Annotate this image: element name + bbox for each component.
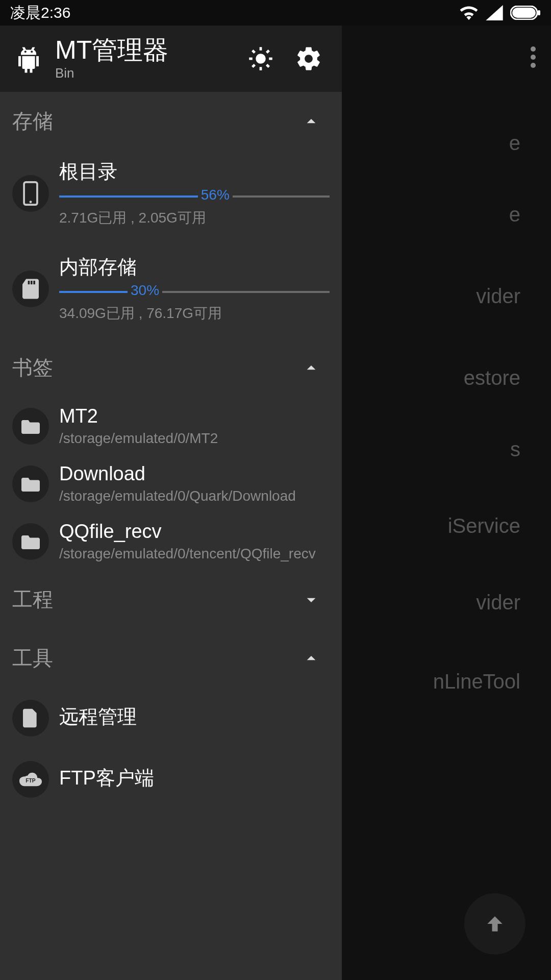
bookmark-item[interactable]: Download /storage/emulated/0/Quark/Downl… [0, 455, 342, 512]
section-label: 存储 [12, 107, 53, 135]
gear-icon [295, 44, 322, 73]
overflow-menu-button[interactable] [531, 43, 536, 74]
storage-title: 内部存储 [59, 254, 330, 280]
svg-line-14 [267, 65, 269, 67]
ftp-cloud-icon: FTP [12, 761, 49, 798]
sun-icon [247, 45, 274, 72]
bookmark-path: /storage/emulated/0/MT2 [59, 430, 330, 447]
battery-icon [510, 6, 541, 20]
storage-detail: 2.71G已用 , 2.05G可用 [59, 208, 330, 228]
section-label: 工具 [12, 644, 53, 672]
settings-button[interactable] [295, 45, 322, 72]
svg-point-6 [24, 51, 27, 53]
folder-icon [12, 523, 49, 560]
bookmark-path: /storage/emulated/0/Quark/Download [59, 488, 330, 504]
chevron-up-icon [301, 111, 321, 132]
section-header-bookmarks[interactable]: 书签 [0, 338, 342, 397]
section-header-tools[interactable]: 工具 [0, 629, 342, 688]
chevron-up-icon [301, 358, 321, 378]
bookmark-title: Download [59, 463, 330, 485]
storage-item-internal[interactable]: 内部存储 30% 34.09G已用 , 76.17G可用 [0, 246, 342, 331]
svg-line-16 [267, 51, 269, 53]
tool-title: FTP客户端 [59, 765, 330, 791]
section-header-storage[interactable]: 存储 [0, 92, 342, 151]
fab-up-button[interactable] [464, 893, 525, 954]
storage-title: 根目录 [59, 159, 330, 185]
signal-icon [486, 5, 503, 20]
folder-icon [12, 465, 49, 502]
svg-point-8 [256, 54, 266, 64]
drawer-header: MT管理器 Bin [0, 26, 342, 92]
sdcard-icon [12, 271, 49, 307]
svg-rect-19 [28, 281, 30, 284]
wifi-icon [459, 5, 479, 20]
svg-rect-20 [31, 281, 33, 284]
svg-point-18 [30, 201, 32, 203]
arrow-up-icon [484, 913, 506, 935]
bookmark-title: QQfile_recv [59, 521, 330, 543]
bookmark-item[interactable]: QQfile_recv /storage/emulated/0/tencent/… [0, 512, 342, 570]
bookmark-item[interactable]: MT2 /storage/emulated/0/MT2 [0, 397, 342, 455]
bookmark-path: /storage/emulated/0/tencent/QQfile_recv [59, 546, 330, 562]
chevron-up-icon [301, 648, 321, 669]
file-icon [12, 700, 49, 737]
tool-item-ftp[interactable]: FTP FTP客户端 [0, 749, 342, 810]
phone-icon [12, 175, 49, 212]
tool-item-remote[interactable]: 远程管理 [0, 688, 342, 749]
svg-rect-1 [512, 8, 536, 18]
svg-point-3 [531, 46, 536, 52]
svg-point-4 [531, 55, 536, 60]
storage-item-root[interactable]: 根目录 56% 2.71G已用 , 2.05G可用 [0, 151, 342, 236]
section-label: 工程 [12, 585, 53, 614]
svg-rect-21 [33, 281, 35, 284]
section-label: 书签 [12, 354, 53, 382]
app-title: MT管理器 [55, 36, 247, 64]
folder-icon [12, 408, 49, 445]
status-time: 凌晨2:36 [10, 3, 70, 23]
bookmark-title: MT2 [59, 405, 330, 427]
svg-point-5 [531, 63, 536, 68]
app-logo-icon [13, 43, 44, 74]
svg-line-15 [253, 65, 255, 67]
theme-button[interactable] [247, 45, 274, 72]
status-icons [459, 5, 541, 20]
storage-percent: 30% [128, 282, 162, 299]
svg-text:FTP: FTP [26, 778, 36, 783]
app-subtitle: Bin [55, 65, 247, 81]
chevron-down-icon [301, 590, 321, 610]
tool-title: 远程管理 [59, 704, 330, 730]
svg-rect-2 [538, 10, 540, 15]
storage-percent: 56% [198, 187, 233, 203]
status-bar: 凌晨2:36 [0, 0, 551, 26]
section-header-project[interactable]: 工程 [0, 570, 342, 629]
storage-detail: 34.09G已用 , 76.17G可用 [59, 304, 330, 323]
navigation-drawer[interactable]: MT管理器 Bin 存储 根目录 [0, 26, 342, 980]
svg-line-13 [253, 51, 255, 53]
svg-point-7 [31, 51, 33, 53]
